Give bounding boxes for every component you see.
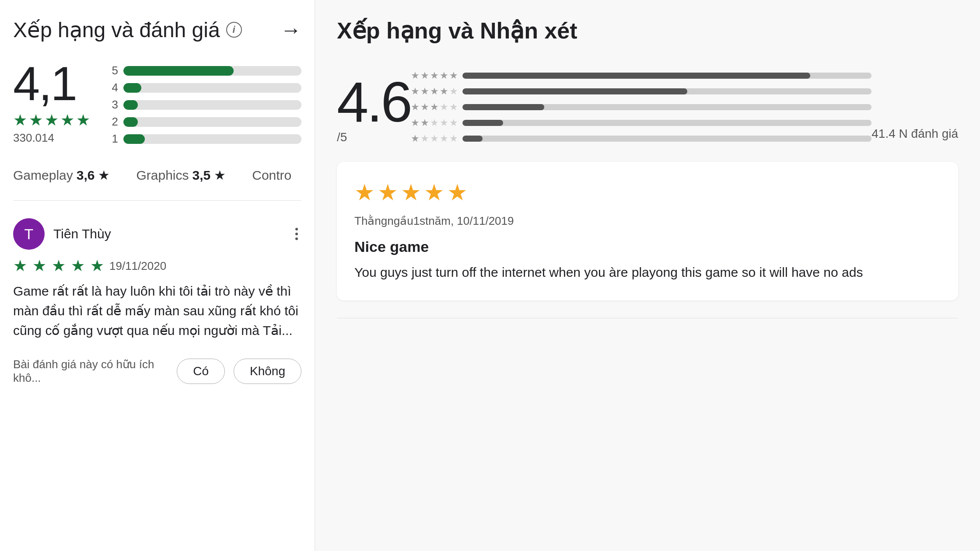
right-bar-row: ★★★★★	[411, 101, 872, 113]
star-4: ★	[60, 111, 74, 129]
mini-star: ★	[411, 86, 420, 97]
mini-star: ★	[411, 133, 420, 144]
bar-fill	[123, 100, 138, 110]
mini-star: ★	[449, 133, 458, 144]
bars-container: 5 4 3 2 1	[108, 59, 301, 146]
right-panel: Xếp hạng và Nhận xét 4.6 /5 ★★★★★ ★★★★★ …	[315, 0, 980, 551]
mini-star: ★	[430, 101, 439, 113]
right-stars-mini: ★★★★★	[411, 70, 458, 81]
star-3: ★	[45, 111, 59, 129]
right-star-4: ★	[424, 179, 444, 206]
total-reviews: 41.4 N đánh giá	[872, 127, 958, 141]
right-bar-track	[462, 73, 872, 79]
right-bar-row: ★★★★★	[411, 117, 872, 129]
bar-fill	[123, 66, 234, 76]
sub-rating-item: Graphics 3,5 ★	[136, 167, 226, 183]
arrow-icon[interactable]: →	[280, 18, 301, 42]
rating-overview: 4,1 ★ ★ ★ ★ ★ 330.014 5 4 3	[13, 59, 301, 146]
helpful-no-button[interactable]: Không	[234, 359, 301, 384]
right-star-1: ★	[354, 179, 375, 206]
bar-fill	[123, 83, 141, 93]
rev-star-5: ★	[90, 257, 104, 275]
right-bar-fill	[462, 88, 688, 94]
reviewer-row: T Tiên Thùy	[13, 218, 301, 250]
right-bar-row: ★★★★★	[411, 133, 872, 144]
bar-track	[123, 134, 301, 144]
helpful-label: Bài đánh giá này có hữu ích khô...	[13, 358, 168, 385]
left-panel: Xếp hạng và đánh giá i → 4,1 ★ ★ ★ ★ ★ 3…	[0, 0, 315, 551]
right-stars-mini: ★★★★★	[411, 101, 458, 113]
review-stars-row: ★ ★ ★ ★ ★ 19/11/2020	[13, 257, 301, 275]
mini-star: ★	[420, 133, 429, 144]
sub-rating-item: Gameplay 3,6 ★	[13, 167, 110, 183]
right-big-rating: 4.6	[337, 73, 411, 130]
mini-star: ★	[440, 133, 448, 144]
mini-star: ★	[420, 86, 429, 97]
right-section-title: Xếp hạng và Nhận xét	[337, 17, 958, 44]
right-bar-row: ★★★★★	[411, 70, 872, 81]
review-card: T Tiên Thùy ★ ★ ★ ★ ★ 19/11/2020 Game rấ…	[13, 209, 301, 394]
mini-star: ★	[440, 70, 448, 81]
mini-star: ★	[440, 117, 448, 129]
bar-row: 3	[108, 98, 301, 112]
bar-label: 2	[108, 115, 118, 129]
right-stars-bars: ★★★★★ ★★★★★ ★★★★★ ★★★★★ ★★★★★	[411, 61, 872, 144]
bar-track	[123, 83, 301, 93]
mini-star: ★	[449, 86, 458, 97]
review-date: 19/11/2020	[109, 259, 166, 273]
star-1: ★	[13, 111, 27, 129]
info-icon[interactable]: i	[226, 22, 242, 38]
left-section-title: Xếp hạng và đánh giá	[13, 17, 220, 42]
mini-star: ★	[430, 117, 439, 129]
mini-star: ★	[430, 86, 439, 97]
bar-row: 1	[108, 132, 301, 146]
review-text: Game rất rất là hay luôn khi tôi tải trò…	[13, 281, 301, 340]
more-menu-icon[interactable]	[292, 224, 301, 244]
bar-row: 2	[108, 115, 301, 129]
left-stars-row: ★ ★ ★ ★ ★	[13, 111, 90, 129]
mini-star: ★	[440, 101, 448, 113]
sub-rating-item: Contro	[252, 167, 291, 183]
right-bar-track	[462, 88, 872, 94]
avatar: T	[13, 218, 45, 250]
mini-star: ★	[420, 117, 429, 129]
right-bar-fill	[462, 104, 544, 110]
bar-label: 3	[108, 98, 118, 112]
right-reviewer-info: Thằngngầu1stnăm, 10/11/2019	[354, 214, 941, 228]
mini-star: ★	[449, 70, 458, 81]
right-star-3: ★	[401, 179, 421, 206]
section-header: Xếp hạng và đánh giá i →	[13, 17, 301, 42]
bar-row: 4	[108, 81, 301, 94]
mini-star: ★	[449, 117, 458, 129]
rev-star-1: ★	[13, 257, 27, 275]
rev-star-3: ★	[52, 257, 66, 275]
mini-star: ★	[420, 101, 429, 113]
bar-track	[123, 117, 301, 127]
star-5: ★	[76, 111, 90, 129]
bar-track	[123, 100, 301, 110]
helpful-yes-button[interactable]: Có	[177, 359, 225, 384]
rev-star-4: ★	[71, 257, 85, 275]
mini-star: ★	[430, 133, 439, 144]
bar-label: 4	[108, 81, 118, 94]
mini-star: ★	[420, 70, 429, 81]
right-bar-fill	[462, 120, 504, 126]
mini-star: ★	[440, 86, 448, 97]
right-rating-row: 4.6 /5 ★★★★★ ★★★★★ ★★★★★ ★★★★★ ★★★★★	[337, 61, 958, 144]
divider-1	[13, 200, 301, 201]
right-review-stars: ★ ★ ★ ★ ★	[354, 179, 941, 206]
mini-star: ★	[411, 117, 420, 129]
right-bar-track	[462, 104, 872, 110]
right-stars-mini: ★★★★★	[411, 117, 458, 129]
right-divider	[337, 318, 958, 318]
bar-row: 5	[108, 64, 301, 77]
star-2: ★	[29, 111, 43, 129]
reviewer-name: Tiên Thùy	[53, 227, 283, 241]
right-bar-row: ★★★★★	[411, 86, 872, 97]
right-review-body: You guys just turn off the internet when…	[354, 262, 941, 283]
right-review-card: ★ ★ ★ ★ ★ Thằngngầu1stnăm, 10/11/2019 Ni…	[337, 162, 958, 300]
bar-fill	[123, 134, 145, 144]
bar-track	[123, 66, 301, 76]
right-bar-track	[462, 120, 872, 126]
bar-fill	[123, 117, 138, 127]
